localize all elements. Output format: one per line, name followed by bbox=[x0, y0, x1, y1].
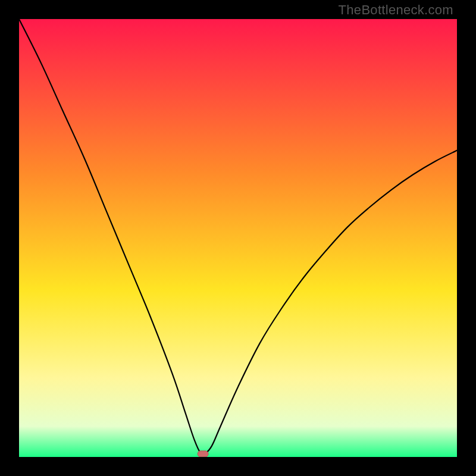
optimal-marker bbox=[198, 451, 208, 457]
plot-area bbox=[19, 19, 457, 457]
chart-frame: TheBottleneck.com bbox=[0, 0, 476, 476]
watermark-text: TheBottleneck.com bbox=[339, 2, 453, 18]
gradient-background bbox=[19, 19, 457, 457]
plot-svg bbox=[19, 19, 457, 457]
